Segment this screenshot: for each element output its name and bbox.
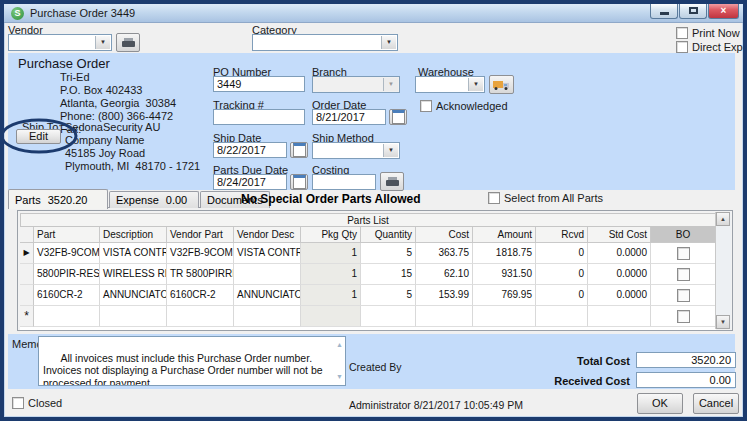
cell-amount[interactable] bbox=[473, 306, 536, 327]
ship-date-field[interactable]: 8/22/2017 bbox=[213, 142, 287, 158]
print-now-checkbox[interactable] bbox=[676, 27, 688, 39]
cell-rcvd[interactable]: 0 bbox=[536, 243, 588, 264]
order-date-picker-button[interactable] bbox=[389, 109, 407, 125]
cell-pkg-qty[interactable]: 1 bbox=[301, 243, 361, 264]
cell-cost[interactable]: 153.99 bbox=[416, 285, 473, 306]
new-row[interactable]: * bbox=[20, 306, 716, 327]
chevron-down-icon[interactable]: ▼ bbox=[95, 36, 110, 49]
cell-part[interactable]: V32FB-9COM bbox=[34, 243, 100, 264]
cell-rcvd[interactable]: 0 bbox=[536, 264, 588, 285]
col-header-vendor-part[interactable]: Vendor Part bbox=[167, 227, 234, 243]
ship-date-picker-button[interactable] bbox=[290, 142, 308, 158]
po-number-field[interactable]: 3449 bbox=[213, 76, 305, 92]
vendor-select[interactable]: Tri-Ed ▼ bbox=[8, 34, 112, 51]
col-header-rcvd[interactable]: Rcvd bbox=[536, 227, 588, 243]
col-header-vendor-desc[interactable]: Vendor Desc bbox=[234, 227, 301, 243]
edit-button[interactable]: Edit bbox=[16, 129, 61, 144]
row-selector[interactable] bbox=[20, 264, 34, 285]
cell-vendor-part[interactable]: V32FB-9COM bbox=[167, 243, 234, 264]
cell-vendor-desc[interactable]: ANNUNCIATOR KE bbox=[234, 285, 301, 306]
cell-std-cost[interactable]: 0.0000 bbox=[588, 285, 651, 306]
maximize-button[interactable] bbox=[679, 4, 707, 19]
grid-vertical-scrollbar[interactable]: ▲ ▼ bbox=[715, 212, 731, 329]
cell-quantity[interactable] bbox=[361, 306, 416, 327]
cell-vendor-part[interactable]: TR 5800PIRRES bbox=[167, 264, 234, 285]
closed-checkbox[interactable] bbox=[12, 397, 24, 409]
scroll-down-button[interactable]: ▼ bbox=[716, 315, 730, 329]
col-header-cost[interactable]: Cost bbox=[416, 227, 473, 243]
cell-vendor-desc[interactable] bbox=[234, 306, 301, 327]
cell-amount[interactable]: 769.95 bbox=[473, 285, 536, 306]
direct-expense-checkbox[interactable] bbox=[676, 41, 688, 53]
row-selector[interactable]: ▶ bbox=[20, 243, 34, 264]
vendor-open-button[interactable] bbox=[116, 33, 140, 52]
scroll-down-icon[interactable]: ▼ bbox=[336, 371, 343, 384]
cell-pkg-qty[interactable] bbox=[301, 306, 361, 327]
cell-description[interactable]: VISTA CONTROL P bbox=[100, 243, 167, 264]
col-header-pkg-qty[interactable]: Pkg Qty bbox=[301, 227, 361, 243]
select-from-all-parts-checkbox[interactable] bbox=[488, 192, 500, 204]
table-row[interactable]: ▶ V32FB-9COM VISTA CONTROL P V32FB-9COM … bbox=[20, 243, 716, 264]
category-select[interactable]: SVC T&M ▼ bbox=[252, 34, 398, 51]
cancel-button[interactable]: Cancel bbox=[693, 393, 739, 414]
cell-cost[interactable]: 363.75 bbox=[416, 243, 473, 264]
row-selector[interactable] bbox=[20, 285, 34, 306]
cell-pkg-qty[interactable]: 1 bbox=[301, 264, 361, 285]
cell-std-cost[interactable]: 0.0000 bbox=[588, 243, 651, 264]
warehouse-select[interactable]: *MI-Main ▼ bbox=[415, 76, 485, 93]
cell-cost[interactable]: 62.10 bbox=[416, 264, 473, 285]
bo-checkbox[interactable] bbox=[677, 247, 690, 260]
table-row[interactable]: 6160CR-2 ANNUNCIATOR KE 6160CR-2 ANNUNCI… bbox=[20, 285, 716, 306]
cell-part[interactable]: 6160CR-2 bbox=[34, 285, 100, 306]
cell-cost[interactable] bbox=[416, 306, 473, 327]
cell-std-cost[interactable] bbox=[588, 306, 651, 327]
parts-due-date-field[interactable]: 8/24/2017 bbox=[213, 174, 287, 190]
cell-quantity[interactable]: 5 bbox=[361, 243, 416, 264]
minimize-button[interactable] bbox=[650, 4, 678, 19]
cell-vendor-part[interactable]: 6160CR-2 bbox=[167, 285, 234, 306]
cell-std-cost[interactable]: 0.0000 bbox=[588, 264, 651, 285]
close-button[interactable]: × bbox=[708, 4, 739, 19]
col-header-part[interactable]: Part bbox=[34, 227, 100, 243]
cell-description[interactable] bbox=[100, 306, 167, 327]
order-date-field[interactable]: 8/21/2017 bbox=[312, 109, 386, 125]
col-header-std-cost[interactable]: Std Cost bbox=[588, 227, 651, 243]
tracking-field[interactable] bbox=[213, 109, 305, 125]
bo-checkbox[interactable] bbox=[677, 289, 690, 302]
cell-part[interactable] bbox=[34, 306, 100, 327]
cell-description[interactable]: WIRELESS RESIDE bbox=[100, 264, 167, 285]
cell-amount[interactable]: 1818.75 bbox=[473, 243, 536, 264]
cell-amount[interactable]: 931.50 bbox=[473, 264, 536, 285]
cell-rcvd[interactable] bbox=[536, 306, 588, 327]
cell-part[interactable]: 5800PIR-RES bbox=[34, 264, 100, 285]
cell-vendor-desc[interactable]: VISTA CONTROL P bbox=[234, 243, 301, 264]
scroll-up-button[interactable]: ▲ bbox=[716, 212, 730, 226]
titlebar[interactable]: S Purchase Order 3449 × bbox=[4, 4, 743, 23]
cell-vendor-part[interactable] bbox=[167, 306, 234, 327]
bo-checkbox[interactable] bbox=[677, 310, 690, 323]
costing-lookup-button[interactable] bbox=[380, 172, 404, 191]
col-header-quantity[interactable]: Quantity bbox=[361, 227, 416, 243]
tab-expense[interactable]: Expense 0.00 bbox=[109, 191, 199, 208]
scroll-up-icon[interactable]: ▲ bbox=[336, 339, 343, 352]
col-header-amount[interactable]: Amount bbox=[473, 227, 536, 243]
cell-pkg-qty[interactable]: 1 bbox=[301, 285, 361, 306]
cell-vendor-desc[interactable] bbox=[234, 264, 301, 285]
col-header-description[interactable]: Description bbox=[100, 227, 167, 243]
cell-rcvd[interactable]: 0 bbox=[536, 285, 588, 306]
tab-parts[interactable]: Parts 3520.20 bbox=[8, 189, 108, 209]
parts-due-date-picker-button[interactable] bbox=[290, 174, 308, 190]
chevron-down-icon[interactable]: ▼ bbox=[383, 144, 398, 157]
acknowledged-checkbox[interactable] bbox=[420, 100, 432, 112]
col-header-bo[interactable]: BO bbox=[651, 227, 716, 243]
cell-quantity[interactable]: 5 bbox=[361, 285, 416, 306]
bo-checkbox[interactable] bbox=[677, 268, 690, 281]
chevron-down-icon[interactable]: ▼ bbox=[468, 78, 483, 91]
costing-field[interactable] bbox=[312, 174, 376, 190]
table-row[interactable]: 5800PIR-RES WIRELESS RESIDE TR 5800PIRRE… bbox=[20, 264, 716, 285]
memo-textarea[interactable]: All invoices must include this Purchase … bbox=[38, 336, 346, 386]
ok-button[interactable]: OK bbox=[637, 393, 683, 414]
chevron-down-icon[interactable]: ▼ bbox=[381, 36, 396, 49]
cell-quantity[interactable]: 15 bbox=[361, 264, 416, 285]
ship-method-select[interactable]: U P S GROUND ▼ bbox=[312, 142, 400, 159]
